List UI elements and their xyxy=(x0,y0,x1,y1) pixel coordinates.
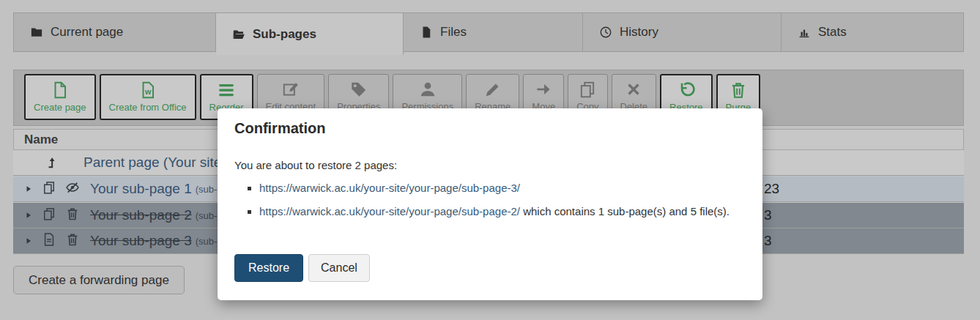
folder-open-icon xyxy=(232,28,245,41)
file-icon xyxy=(420,26,433,39)
list-item: https://warwick.ac.uk/your-site/your-pag… xyxy=(259,205,730,217)
eye-slash-icon[interactable] xyxy=(65,180,80,198)
create-from-office-button[interactable]: w Create from Office xyxy=(100,74,196,120)
pencil-icon xyxy=(483,80,502,99)
parent-page-link[interactable]: Parent page (Your site ) xyxy=(83,155,230,171)
tab-history[interactable]: History xyxy=(583,12,782,52)
tab-files[interactable]: Files xyxy=(404,12,583,52)
reorder-icon xyxy=(217,81,236,100)
dialog-title: Confirmation xyxy=(234,120,325,137)
button-label: Cancel xyxy=(321,261,357,275)
folder-closed-icon xyxy=(30,26,43,39)
tab-stats[interactable]: Stats xyxy=(782,12,964,52)
arrow-right-icon xyxy=(534,80,553,99)
tab-label: Stats xyxy=(818,25,847,40)
restore-confirm-button[interactable]: Restore xyxy=(234,254,303,282)
copy-icon xyxy=(578,80,597,99)
confirmation-dialog: Confirmation You are about to restore 2 … xyxy=(218,108,762,300)
button-label: Restore xyxy=(248,261,289,275)
page-link[interactable]: Your sub-page 2 xyxy=(90,207,192,223)
new-page-icon xyxy=(51,81,70,100)
copy-icon[interactable] xyxy=(42,206,56,225)
tab-bar: Current page Sub-pages Files History Sta… xyxy=(13,12,964,52)
undo-icon xyxy=(677,81,696,100)
trash-icon xyxy=(729,81,748,100)
person-icon xyxy=(418,80,437,99)
tab-label: Files xyxy=(440,25,467,40)
caret-right-icon[interactable] xyxy=(24,207,33,223)
tag-icon xyxy=(349,80,368,99)
create-forwarding-page-button[interactable]: Create a forwarding page xyxy=(13,266,185,294)
row-count: 3 xyxy=(764,207,772,223)
word-file-icon: w xyxy=(138,81,157,100)
trash-icon[interactable] xyxy=(65,206,80,225)
row-count: 3 xyxy=(764,233,772,249)
row-count: 23 xyxy=(764,181,779,197)
tab-current-page[interactable]: Current page xyxy=(13,12,216,52)
tab-label: Current page xyxy=(51,25,123,40)
tab-sub-pages[interactable]: Sub-pages xyxy=(216,12,404,55)
button-label: Create page xyxy=(34,102,86,113)
name-column-header: Name xyxy=(24,133,58,147)
copy-icon[interactable] xyxy=(42,180,56,198)
button-label: Create from Office xyxy=(109,102,187,113)
tab-label: Sub-pages xyxy=(253,27,316,42)
caret-right-icon[interactable] xyxy=(24,233,33,249)
svg-text:w: w xyxy=(144,87,152,96)
page-link[interactable]: Your sub-page 3 xyxy=(90,233,192,249)
button-label: Create a forwarding page xyxy=(29,273,169,288)
caret-right-icon[interactable] xyxy=(24,181,33,197)
bar-chart-icon xyxy=(798,26,811,39)
tab-label: History xyxy=(620,25,658,40)
restore-page-list: https://warwick.ac.uk/your-site/your-pag… xyxy=(234,182,730,228)
dialog-message: You are about to restore 2 pages: xyxy=(234,159,397,171)
list-item-suffix: which contains 1 sub-page(s) and 5 file(… xyxy=(520,205,730,217)
page-url-link[interactable]: https://warwick.ac.uk/your-site/your-pag… xyxy=(259,205,520,217)
clock-icon xyxy=(599,26,612,39)
list-item: https://warwick.ac.uk/your-site/your-pag… xyxy=(259,182,730,194)
edit-icon xyxy=(281,80,300,99)
file-lines-icon[interactable] xyxy=(42,232,56,250)
trash-icon[interactable] xyxy=(65,232,80,250)
x-icon xyxy=(624,80,643,99)
dialog-buttons: Restore Cancel xyxy=(234,254,370,282)
page-url-link[interactable]: https://warwick.ac.uk/your-site/your-pag… xyxy=(259,182,520,194)
page-link[interactable]: Your sub-page 1 xyxy=(90,181,192,197)
cancel-button[interactable]: Cancel xyxy=(308,254,370,282)
level-up-icon xyxy=(45,155,60,170)
create-page-button[interactable]: Create page xyxy=(24,74,96,120)
